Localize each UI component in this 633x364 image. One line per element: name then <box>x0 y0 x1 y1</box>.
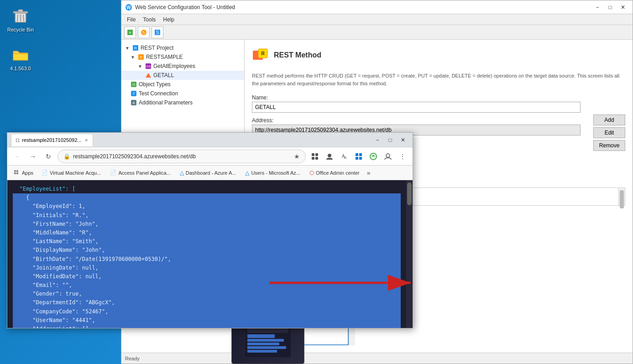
svg-point-42 <box>386 154 390 157</box>
svg-rect-2 <box>18 10 23 12</box>
params-scroll-thumb <box>620 190 624 208</box>
svg-text:+: + <box>129 30 131 35</box>
tree-item-getall[interactable]: GETALL <box>121 71 244 80</box>
bookmark-ap-icon: 📄 <box>110 170 116 176</box>
tab-icon: □ <box>16 137 19 143</box>
extensions-icon[interactable] <box>309 150 321 163</box>
forward-button[interactable]: → <box>26 150 39 163</box>
svg-text:S: S <box>156 30 159 35</box>
bookmark-dash-label: Dashboard - Azure A... <box>186 170 236 176</box>
browser-window-controls: − □ ✕ <box>371 135 409 145</box>
bookmark-virtual-machine[interactable]: 📄 Virtual Machine Acqu... <box>38 168 105 177</box>
bookmark-office-admin[interactable]: ⬡ Office Admin center <box>306 168 363 177</box>
browser-maximize-button[interactable]: □ <box>384 135 396 145</box>
remove-button[interactable]: Remove <box>593 140 625 151</box>
json-line-email: "Email": "", <box>13 281 401 290</box>
lock-icon: 🔒 <box>63 153 70 160</box>
tab-close-icon[interactable]: ✕ <box>84 138 88 143</box>
recycle-bin-icon[interactable]: Recycle Bin <box>5 7 37 32</box>
svg-rect-39 <box>356 157 358 160</box>
svg-text:W: W <box>126 5 131 10</box>
svg-text:O: O <box>132 83 135 87</box>
test-connection-icon: T <box>131 90 137 97</box>
folder-desktop-icon[interactable]: 4.1.563.0 <box>5 46 37 71</box>
additional-params-icon: A <box>131 99 137 106</box>
bookmark-vm-icon: 📄 <box>42 170 48 176</box>
svg-line-3 <box>17 15 18 21</box>
bookmark-dashboard[interactable]: △ Dashboard - Azure A... <box>176 168 240 177</box>
svg-text:GA: GA <box>146 65 151 68</box>
svg-text:A: A <box>132 101 135 105</box>
windows-icon[interactable] <box>352 150 365 163</box>
tree-label-restsample: RESTSAMPLE <box>146 54 183 60</box>
bookmark-dash-icon: △ <box>180 170 184 176</box>
more-options-icon[interactable]: ⋮ <box>396 150 409 163</box>
address-field[interactable]: 🔒 restsample20171025092304.azurewebsites… <box>58 150 306 163</box>
address-text: restsample20171025092304.azurewebsites.n… <box>73 153 196 160</box>
recycle-bin-label: Recycle Bin <box>7 27 34 32</box>
svg-rect-38 <box>359 153 362 156</box>
svg-text:R: R <box>134 46 137 50</box>
main-window-titlebar: W Web Service Configuration Tool - Untit… <box>121 0 633 14</box>
bookmark-ap-label: Access Panel Applica... <box>118 170 170 176</box>
refresh-button[interactable]: ↻ <box>42 150 55 163</box>
add-button[interactable]: Add <box>593 114 625 125</box>
status-bar: Ready <box>121 353 633 364</box>
bookmarks-apps-item[interactable]: Apps <box>11 168 36 177</box>
json-line-joiningdate: "JoiningDate": null, <box>13 264 401 272</box>
back-button[interactable]: ← <box>11 150 24 163</box>
window-controls: − □ ✕ <box>591 3 629 12</box>
tree-item-rest-project[interactable]: ▼ R REST Project <box>121 43 244 52</box>
action-buttons: Add Edit Remove <box>589 114 625 151</box>
browser-minimize-button[interactable]: − <box>371 135 383 145</box>
more-bookmarks-icon[interactable]: » <box>367 169 371 177</box>
folder-desktop-label: 4.1.563.0 <box>10 66 31 71</box>
tree-label-rest-project: REST Project <box>141 45 173 51</box>
toolbar: + ↻ S <box>121 25 633 40</box>
toolbar-btn-2[interactable]: ↻ <box>138 26 150 38</box>
menu-help[interactable]: Help <box>159 15 178 24</box>
svg-rect-43 <box>14 170 16 172</box>
star-icon[interactable]: ★ <box>294 153 300 160</box>
tree-item-additional-params[interactable]: A Additional Parameters <box>121 98 244 107</box>
svg-text:R: R <box>140 55 142 59</box>
name-input[interactable] <box>252 102 581 113</box>
tree-item-restsample[interactable]: ▼ R RESTSAMPLE <box>121 52 244 62</box>
browser-close-button[interactable]: ✕ <box>397 135 409 145</box>
params-scrollbar[interactable] <box>618 188 625 205</box>
tree-item-object-types[interactable]: O Object Types <box>121 80 244 89</box>
tree-item-test-connection[interactable]: T Test Connection <box>121 89 244 98</box>
browser-tab-active[interactable]: □ restsample20171025092... ✕ <box>11 134 93 146</box>
bookmark-access-panel[interactable]: 📄 Access Panel Applica... <box>106 168 174 177</box>
browser-scrollbar[interactable] <box>406 180 413 328</box>
bookmark-vm-label: Virtual Machine Acqu... <box>50 170 101 176</box>
menu-file[interactable]: File <box>123 15 139 24</box>
close-button[interactable]: ✕ <box>617 3 629 12</box>
browser-scroll-thumb <box>407 182 412 205</box>
bookmark-users[interactable]: △ Users - Microsoft Az... <box>241 168 304 177</box>
minimize-button[interactable]: − <box>591 3 603 12</box>
svg-point-34 <box>328 154 331 157</box>
json-line-firstname: "FirstName": "John", <box>13 220 401 229</box>
thumb-preview <box>245 325 291 357</box>
svg-marker-20 <box>146 73 151 78</box>
tree-item-getallemp[interactable]: ▼ GA GetAllEmployees <box>121 62 244 71</box>
menu-bar: File Tools Help <box>121 14 633 25</box>
name-label: Name: <box>252 94 625 101</box>
maximize-button[interactable]: □ <box>604 3 616 12</box>
edit-button[interactable]: Edit <box>593 127 625 138</box>
translate-icon[interactable]: AA <box>338 150 351 163</box>
svg-rect-52 <box>247 339 284 342</box>
toolbar-btn-1[interactable]: + <box>124 26 136 38</box>
user-icon[interactable] <box>323 150 336 163</box>
svg-rect-46 <box>16 172 18 174</box>
svg-rect-44 <box>16 170 18 172</box>
profile-icon[interactable] <box>382 150 394 163</box>
name-row: Name: <box>252 94 625 113</box>
menu-tools[interactable]: Tools <box>139 15 159 24</box>
toolbar-btn-3[interactable]: S <box>152 26 163 38</box>
json-line-companycode: "CompanyCode": "52467", <box>13 307 401 316</box>
svg-rect-30 <box>312 153 314 156</box>
rest-project-icon: R <box>132 45 139 51</box>
edge-icon[interactable] <box>367 150 380 163</box>
